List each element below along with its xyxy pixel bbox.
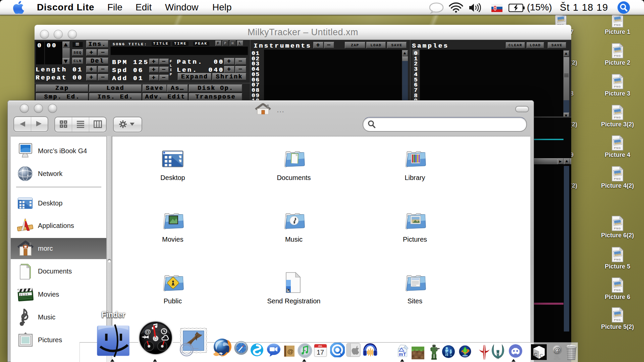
svg-text:C: C bbox=[540, 353, 543, 358]
svg-text:PNG: PNG bbox=[614, 258, 621, 261]
svg-text:PNG: PNG bbox=[614, 177, 621, 180]
svg-text:T: T bbox=[403, 352, 406, 357]
svg-text:2 1 3 4: 2 1 3 4 bbox=[20, 293, 29, 296]
svg-text:PNG: PNG bbox=[614, 116, 621, 119]
svg-text:C: C bbox=[534, 352, 537, 357]
svg-text:PNG: PNG bbox=[614, 289, 621, 292]
svg-text:@: @ bbox=[287, 348, 293, 355]
svg-text:@: @ bbox=[145, 328, 151, 335]
svg-text:PNG: PNG bbox=[614, 54, 621, 57]
svg-text:17: 17 bbox=[317, 349, 324, 356]
svg-text:PNG: PNG bbox=[614, 85, 621, 88]
svg-text:PNG: PNG bbox=[614, 23, 621, 26]
svg-text:JUL: JUL bbox=[318, 345, 323, 347]
svg-text:PNG: PNG bbox=[614, 227, 621, 230]
svg-text:PNG: PNG bbox=[614, 146, 621, 149]
svg-text:PNG: PNG bbox=[614, 318, 621, 321]
svg-text:m: m bbox=[399, 352, 403, 357]
svg-text:@: @ bbox=[553, 346, 561, 354]
